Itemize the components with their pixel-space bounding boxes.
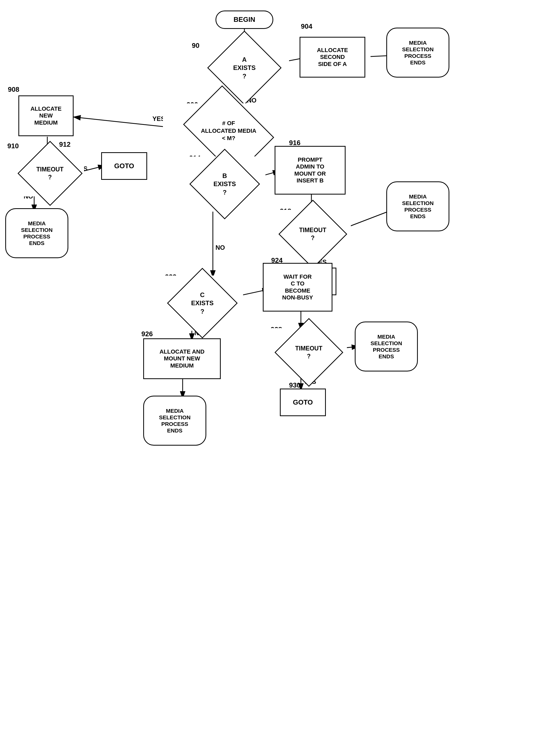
- timeout-1-diamond: TIMEOUT?: [16, 150, 84, 196]
- ref-930: 930: [289, 381, 300, 389]
- c-exists-diamond: CEXISTS?: [162, 276, 243, 331]
- allocate-second-node: ALLOCATESECONDSIDE OF A: [300, 37, 365, 78]
- timeout-3-diamond: TIMEOUT?: [271, 328, 347, 377]
- prompt-admin-node: PROMPTADMIN TOMOUNT ORINSERT B: [274, 146, 346, 194]
- ref-908: 908: [8, 86, 19, 94]
- svg-text:NO: NO: [215, 244, 225, 251]
- wait-c-node: WAIT FORC TOBECOMENON-BUSY: [263, 263, 332, 311]
- media-ends-3: MEDIASELECTIONPROCESSENDS: [386, 181, 449, 231]
- goto-3-node: GOTO: [280, 389, 326, 416]
- b-exists-diamond: BEXISTS?: [184, 156, 265, 211]
- allocate-mount-node: ALLOCATE ANDMOUNT NEWMEDIUM: [143, 338, 221, 379]
- goto-1-node: GOTO: [101, 152, 147, 180]
- media-ends-1: MEDIASELECTIONPROCESSENDS: [386, 28, 449, 78]
- ref-912: 912: [59, 140, 70, 149]
- media-ends-2: MEDIASELECTIONPROCESSENDS: [5, 208, 68, 258]
- allocate-new-node: ALLOCATENEWMEDIUM: [18, 96, 73, 136]
- ref-910: 910: [7, 142, 19, 150]
- media-ends-5: MEDIASELECTIONPROCESSENDS: [355, 321, 418, 372]
- ref-904: 904: [301, 22, 312, 30]
- begin-node: BEGIN: [215, 10, 273, 29]
- flowchart-diagram: YES NO YES NO YES NO YES NO YES: [0, 0, 560, 739]
- ref-926: 926: [141, 330, 153, 338]
- media-ends-4: MEDIASELECTIONPROCESSENDS: [143, 396, 206, 446]
- a-exists-diamond: AEXISTS?: [200, 41, 289, 94]
- timeout-2-diamond: TIMEOUT?: [274, 210, 351, 259]
